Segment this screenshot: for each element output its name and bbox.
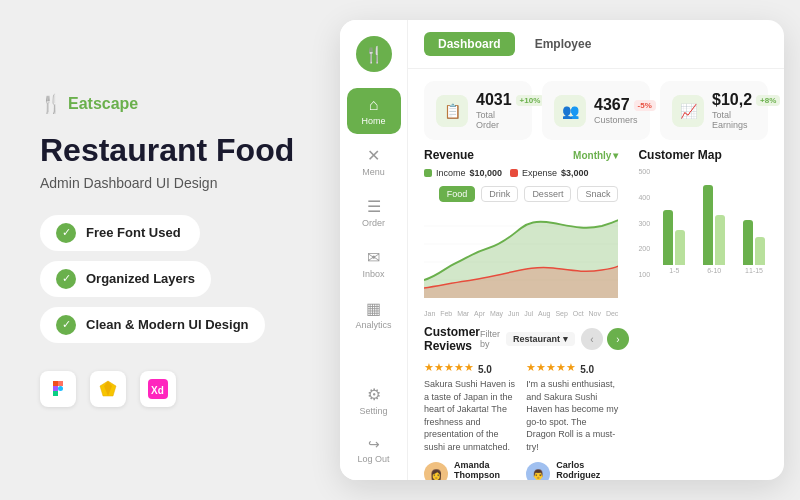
stars-1: ★★★★★ [424,361,474,374]
expense-dot [510,169,518,177]
food-tab-food[interactable]: Food [439,186,476,202]
food-tabs: Food Drink Dessert Snack [439,186,619,202]
income-dot [424,169,432,177]
tab-dashboard[interactable]: Dashboard [424,32,515,56]
tab-employee[interactable]: Employee [521,32,606,56]
feature-text-1: Free Font Used [86,225,181,240]
rating-1: 5.0 [478,364,492,375]
review-text-1: Sakura Sushi Haven is a taste of Japan i… [424,378,516,454]
customers-icon-box: 👥 [554,95,586,127]
stat-card-orders: 📋 4031 +10% Total Order [424,81,532,140]
food-tab-snack[interactable]: Snack [577,186,618,202]
filter-row: Filter by Restaurant ▾ ‹ › [480,328,629,350]
stars-row-1: ★★★★★ 5.0 [424,361,516,378]
prev-arrow[interactable]: ‹ [581,328,603,350]
sidebar-label-inbox: Inbox [362,269,384,279]
logout-icon: ↪ [368,436,380,452]
bar-pair-1 [663,210,685,265]
inbox-icon: ✉ [367,248,380,267]
map-x-2: 6-10 [707,267,721,274]
monthly-selector[interactable]: Monthly ▾ [573,150,618,161]
feature-text-2: Organized Layers [86,271,195,286]
income-value: $10,000 [470,168,503,178]
bar-green-1 [663,210,673,265]
reviews-section: Customer Reviews Filter by Restaurant ▾ … [424,325,618,480]
orders-label: Total Order [476,110,520,130]
left-panel: 🍴 Eatscape Restaurant Food Admin Dashboa… [0,63,340,436]
tool-icons-row: Xd [40,371,300,407]
reviewer-name-2: Carlos Rodriguez [556,460,618,480]
revenue-header: Revenue Monthly ▾ [424,148,618,162]
rating-2: 5.0 [580,364,594,375]
filter-badge[interactable]: Restaurant ▾ [506,332,575,346]
map-x-1: 1-5 [669,267,679,274]
feature-item-1: ✓ Free Font Used [40,215,200,251]
review-card-2: ★★★★★ 5.0 I'm a sushi enthusiast, and Sa… [526,361,618,480]
reviews-header: Customer Reviews Filter by Restaurant ▾ … [424,325,618,353]
reviewer-info-1: Amanda Thompson 12/29/2023 [454,460,516,480]
customers-label: Customers [594,115,638,125]
food-tab-dessert[interactable]: Dessert [524,186,571,202]
reviews-title: Customer Reviews [424,325,480,353]
svg-rect-0 [53,381,58,386]
sidebar-item-order[interactable]: ☰ Order [347,189,401,236]
customers-info: 4367 -5% Customers [594,96,638,125]
analytics-icon: ▦ [366,299,381,318]
xd-icon: Xd [140,371,176,407]
check-icon-2: ✓ [56,269,76,289]
sidebar-item-setting[interactable]: ⚙ Setting [347,377,401,424]
svg-rect-2 [53,386,58,391]
income-label: Income [436,168,466,178]
earnings-number: $10,2 +8% [712,91,756,109]
brand-icon: 🍴 [40,93,62,115]
customer-map-header: Customer Map [638,148,768,162]
bar-light-3 [755,237,765,265]
content-area: Revenue Monthly ▾ Income $10,000 [408,148,784,480]
map-y-axis: 100 200 300 400 500 [638,168,654,278]
sidebar-item-logout[interactable]: ↪ Log Out [357,436,389,464]
check-icon-3: ✓ [56,315,76,335]
stat-card-customers: 👥 4367 -5% Customers [542,81,650,140]
next-arrow[interactable]: › [607,328,629,350]
order-icon: ☰ [367,197,381,216]
legend-row: Income $10,000 Expense $3,000 Food Drink… [424,168,618,202]
left-content: Revenue Monthly ▾ Income $10,000 [424,148,630,470]
sidebar-item-menu[interactable]: ✕ Menu [347,138,401,185]
sidebar-label-menu: Menu [362,167,385,177]
setting-icon: ⚙ [367,385,381,404]
svg-text:Xd: Xd [151,385,164,396]
legend-income: Income $10,000 [424,168,502,178]
orders-info: 4031 +10% Total Order [476,91,520,130]
bar-group-2: 6-10 [700,185,728,274]
sketch-icon [90,371,126,407]
sidebar: 🍴 ⌂ Home ✕ Menu ☰ Order ✉ Inbox ▦ Analyt… [340,20,408,480]
customer-map-title: Customer Map [638,148,721,162]
feature-list: ✓ Free Font Used ✓ Organized Layers ✓ Cl… [40,215,300,343]
check-icon-1: ✓ [56,223,76,243]
sidebar-label-order: Order [362,218,385,228]
right-content: Customer Map 100 200 300 400 500 [630,148,768,470]
earnings-label: Total Earnings [712,110,756,130]
food-tab-drink[interactable]: Drink [481,186,518,202]
revenue-title: Revenue [424,148,474,162]
brand-name: Eatscape [68,95,138,113]
avatar-1: 👩 [424,462,448,480]
svg-rect-3 [53,391,58,396]
customers-number: 4367 -5% [594,96,638,114]
sidebar-item-analytics[interactable]: ▦ Analytics [347,291,401,338]
sidebar-item-inbox[interactable]: ✉ Inbox [347,240,401,287]
earnings-badge: +8% [756,95,780,106]
menu-icon: ✕ [367,146,380,165]
nav-arrows: ‹ › [581,328,629,350]
page-wrapper: 🍴 Eatscape Restaurant Food Admin Dashboa… [0,0,800,500]
map-bars: 1-5 6-10 [660,168,768,278]
sidebar-logo: 🍴 [356,36,392,72]
bar-group-1: 1-5 [660,210,688,274]
expense-value: $3,000 [561,168,589,178]
stat-card-earnings: 📈 $10,2 +8% Total Earnings [660,81,768,140]
avatar-2: 👨 [526,462,550,480]
sidebar-item-home[interactable]: ⌂ Home [347,88,401,134]
brand: 🍴 Eatscape [40,93,300,115]
bar-light-2 [715,215,725,265]
svg-rect-1 [58,381,63,386]
